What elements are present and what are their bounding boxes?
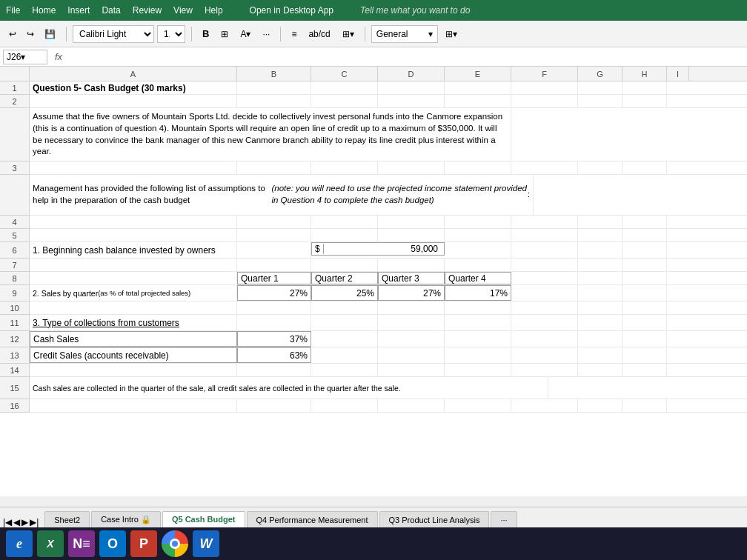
cell-a15[interactable]: Cash sales are collected in the quarter … — [30, 377, 548, 399]
cell-a3[interactable] — [30, 161, 237, 174]
cell-e1[interactable] — [445, 81, 511, 94]
cell-h8[interactable] — [622, 272, 667, 284]
col-header-d[interactable]: D — [378, 67, 445, 81]
col-header-b[interactable]: B — [237, 67, 311, 81]
cell-h1[interactable] — [622, 81, 667, 94]
cell-a10[interactable] — [30, 301, 237, 314]
tab-sheet2[interactable]: Sheet2 — [44, 511, 90, 527]
cell-c14[interactable] — [311, 364, 378, 376]
formula-input[interactable] — [70, 52, 744, 62]
cell-g14[interactable] — [578, 364, 622, 376]
cell-f12[interactable] — [511, 331, 578, 347]
cell-d10[interactable] — [378, 301, 445, 314]
taskbar-powerpoint-icon[interactable]: P — [130, 530, 157, 557]
cell-g10[interactable] — [578, 301, 622, 314]
cell-b12[interactable]: 37% — [237, 331, 311, 347]
taskbar-ie-icon[interactable]: e — [6, 530, 33, 557]
tab-last-btn[interactable]: ▶| — [30, 517, 39, 527]
cell-e12[interactable] — [445, 331, 511, 347]
col-header-c[interactable]: C — [311, 67, 378, 81]
cell-c8-quarter2[interactable]: Quarter 2 — [311, 272, 378, 284]
cell-g16[interactable] — [578, 399, 622, 412]
cell-c2[interactable] — [311, 95, 378, 107]
cell-b7[interactable] — [237, 259, 311, 271]
tab-q4-performance[interactable]: Q4 Performance Measurement — [247, 511, 378, 527]
cell-f10[interactable] — [511, 301, 578, 314]
wrap-button[interactable]: ⊞▾ — [338, 25, 359, 43]
cell-g1[interactable] — [578, 81, 622, 94]
cell-c4[interactable] — [311, 216, 378, 228]
cell-a13[interactable]: Credit Sales (accounts receivable) — [30, 347, 237, 363]
cell-c3[interactable] — [311, 161, 378, 174]
cell-h7[interactable] — [622, 259, 667, 271]
cell-a12[interactable]: Cash Sales — [30, 331, 237, 347]
menu-insert[interactable]: Insert — [67, 5, 90, 16]
cell-g2[interactable] — [578, 95, 622, 107]
menu-view[interactable]: View — [173, 5, 193, 16]
redo-button[interactable]: ↪ — [22, 25, 39, 43]
cell-e10[interactable] — [445, 301, 511, 314]
number-format-button[interactable]: ab/cd — [304, 25, 334, 43]
tab-next-btn[interactable]: ▶ — [21, 517, 28, 527]
cell-f14[interactable] — [511, 364, 578, 376]
cell-g5[interactable] — [578, 229, 622, 241]
cell-g12[interactable] — [578, 331, 622, 347]
cell-c10[interactable] — [311, 301, 378, 314]
cell-a2-text[interactable]: Assume that the five owners of Mountain … — [30, 108, 511, 161]
cell-f11[interactable] — [511, 315, 578, 330]
cell-a3-text[interactable]: Management has provided the following li… — [30, 175, 534, 215]
cell-c1[interactable] — [311, 81, 378, 94]
cell-b16[interactable] — [237, 399, 311, 412]
cell-f6[interactable] — [511, 242, 578, 258]
cell-d2[interactable] — [378, 95, 445, 107]
font-color-button[interactable]: A▾ — [236, 25, 255, 43]
bold-button[interactable]: B — [198, 25, 213, 43]
cell-a2[interactable] — [30, 95, 237, 107]
cell-e2[interactable] — [445, 95, 511, 107]
cell-f16[interactable] — [511, 399, 578, 412]
cell-e16[interactable] — [445, 399, 511, 412]
cell-h16[interactable] — [622, 399, 667, 412]
cell-h14[interactable] — [622, 364, 667, 376]
tell-me[interactable]: Tell me what you want to do — [360, 5, 470, 16]
cell-d11[interactable] — [378, 315, 445, 330]
cell-g13[interactable] — [578, 347, 622, 363]
cell-c12[interactable] — [311, 331, 378, 347]
cell-b4[interactable] — [237, 216, 311, 228]
cell-d7[interactable] — [378, 259, 445, 271]
cell-h6[interactable] — [622, 242, 667, 258]
cell-g11[interactable] — [578, 315, 622, 330]
cell-h9[interactable] — [622, 285, 667, 301]
cell-f4[interactable] — [511, 216, 578, 228]
cell-e7[interactable] — [445, 259, 511, 271]
cell-e8-quarter4[interactable]: Quarter 4 — [445, 272, 511, 284]
menu-data[interactable]: Data — [102, 5, 120, 16]
cell-e3[interactable] — [445, 161, 511, 174]
undo-button[interactable]: ↩ — [4, 25, 21, 43]
tab-prev-btn[interactable]: ◀ — [13, 517, 20, 527]
cell-d16[interactable] — [378, 399, 445, 412]
tab-q5-cash-budget[interactable]: Q5 Cash Budget — [162, 511, 245, 527]
format-options-button[interactable]: ⊞▾ — [441, 25, 462, 43]
cell-c5[interactable] — [311, 229, 378, 241]
cell-b1[interactable] — [237, 81, 311, 94]
cell-b2[interactable] — [237, 95, 311, 107]
cell-d4[interactable] — [378, 216, 445, 228]
taskbar-word-icon[interactable]: W — [193, 530, 219, 557]
cell-e6[interactable] — [445, 242, 511, 258]
menu-open-desktop[interactable]: Open in Desktop App — [250, 5, 333, 16]
col-header-f[interactable]: F — [511, 67, 578, 81]
tab-more[interactable]: ··· — [491, 511, 517, 527]
cell-a5[interactable] — [30, 229, 237, 241]
tab-q3-product-line[interactable]: Q3 Product Line Analysis — [379, 511, 490, 527]
cell-e4[interactable] — [445, 216, 511, 228]
cell-c7[interactable] — [311, 259, 378, 271]
cell-f8[interactable] — [511, 272, 578, 284]
align-left-button[interactable]: ≡ — [287, 25, 301, 43]
cell-e9-q4[interactable]: 17% — [445, 285, 511, 301]
cell-f9[interactable] — [511, 285, 578, 301]
cell-h10[interactable] — [622, 301, 667, 314]
cell-h11[interactable] — [622, 315, 667, 330]
cell-a9[interactable]: 2. Sales by quarter (as % of total proje… — [30, 285, 237, 301]
cell-b5[interactable] — [237, 229, 311, 241]
